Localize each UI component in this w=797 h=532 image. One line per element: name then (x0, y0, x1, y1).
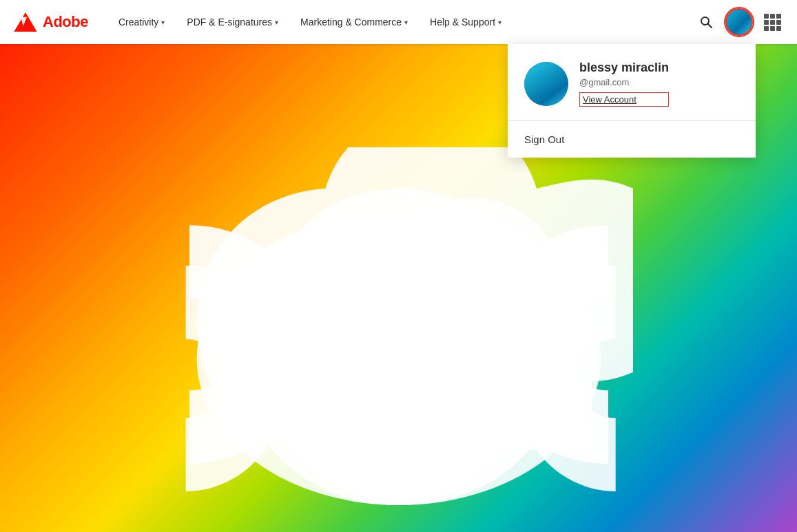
nav-help-label: Help & Support (430, 17, 495, 28)
nav-marketing-label: Marketing & Commerce (300, 17, 402, 28)
nav-creativity-label: Creativity (118, 17, 158, 28)
search-icon (699, 15, 713, 29)
nav-actions (695, 8, 783, 36)
profile-avatar (524, 62, 568, 106)
search-button[interactable] (695, 11, 717, 33)
svg-marker-0 (14, 12, 37, 32)
nav-marketing-chevron: ▾ (404, 19, 408, 26)
nav-pdf-label: PDF & E-signatures (187, 17, 272, 28)
apps-grid-button[interactable] (761, 11, 783, 33)
user-dropdown: blessy miraclin @gmail.com View Account … (508, 44, 756, 158)
view-account-link[interactable]: View Account (579, 92, 669, 107)
sign-out-button[interactable]: Sign Out (508, 121, 756, 158)
nav-creativity-chevron: ▾ (161, 19, 165, 26)
avatar-image (727, 10, 752, 34)
navbar: Adobe Creativity ▾ PDF & E-signatures ▾ … (0, 0, 797, 44)
user-avatar-button[interactable] (725, 8, 753, 36)
dropdown-profile-section: blessy miraclin @gmail.com View Account (508, 44, 756, 120)
nav-pdf-chevron: ▾ (275, 19, 278, 26)
nav-help-chevron: ▾ (498, 19, 501, 26)
adobe-logo-icon (14, 12, 37, 32)
nav-item-help[interactable]: Help & Support ▾ (420, 0, 511, 44)
nav-item-pdf[interactable]: PDF & E-signatures ▾ (177, 0, 288, 44)
nav-item-marketing[interactable]: Marketing & Commerce ▾ (291, 0, 417, 44)
brand-name: Adobe (43, 13, 88, 31)
profile-info: blessy miraclin @gmail.com View Account (579, 61, 669, 107)
nav-items: Creativity ▾ PDF & E-signatures ▾ Market… (109, 0, 695, 44)
adobe-logo[interactable]: Adobe (14, 12, 88, 32)
creative-cloud-logo (165, 147, 633, 532)
profile-email: @gmail.com (579, 77, 669, 87)
cc-logo-container (158, 134, 640, 532)
profile-name: blessy miraclin (579, 61, 669, 75)
profile-avatar-image (524, 62, 568, 106)
grid-icon (764, 14, 781, 31)
svg-line-3 (708, 24, 712, 28)
nav-item-creativity[interactable]: Creativity ▾ (109, 0, 174, 44)
